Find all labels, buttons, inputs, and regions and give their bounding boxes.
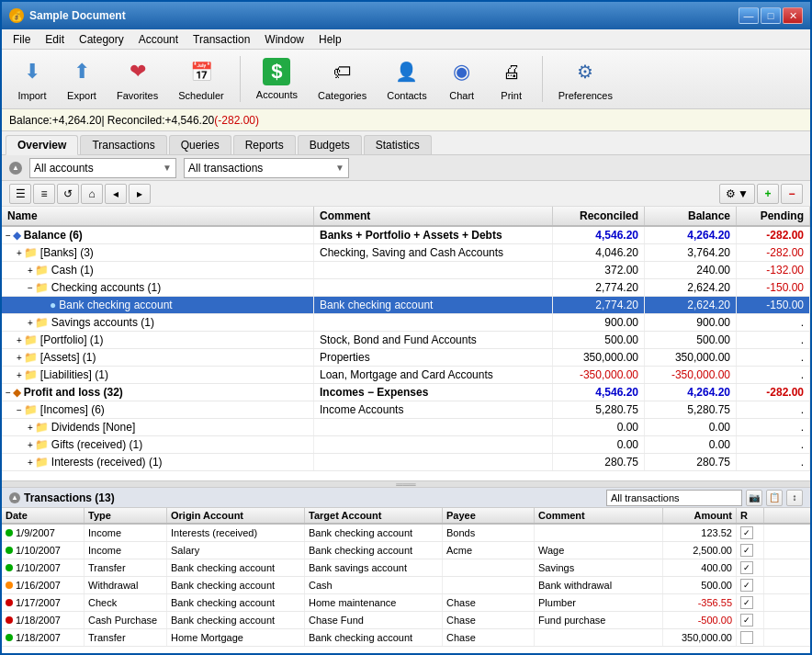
tab-transactions[interactable]: Transactions [80, 135, 166, 154]
table-row[interactable]: + 📁 Dividends [None] 0.00 0.00 . [2, 419, 810, 436]
combo-arrow-1: ▼ [163, 163, 172, 173]
trans-row[interactable]: 1/18/2007 Transfer Home Mortgage Bank ch… [2, 629, 810, 647]
chart-button[interactable]: ◉ Chart [439, 52, 485, 106]
home-button[interactable]: ⌂ [81, 184, 103, 204]
col-pending: Pending [737, 207, 810, 225]
settings-button[interactable]: ⚙ ▼ [719, 184, 755, 204]
list-view-button[interactable]: ☰ [9, 184, 31, 204]
table-row[interactable]: − ◆ Balance (6) Banks + Portfolio + Asse… [2, 227, 810, 244]
close-button[interactable]: ✕ [783, 7, 803, 24]
trans-type: Withdrawal [85, 577, 167, 593]
transactions-collapse-icon[interactable]: ▲ [9, 492, 20, 503]
menu-category[interactable]: Category [72, 31, 131, 48]
transactions-filter-combo[interactable]: All transactions ▼ [184, 158, 349, 178]
row-name: ● Bank checking account [2, 297, 314, 313]
menu-account[interactable]: Account [131, 31, 186, 48]
row-comment: Income Accounts [314, 401, 553, 418]
menu-help[interactable]: Help [311, 31, 349, 48]
accounts-filter-combo[interactable]: All accounts ▼ [29, 158, 176, 178]
table-row[interactable]: + 📁 [Banks] (3) Checking, Saving and Cas… [2, 244, 810, 262]
table-row[interactable]: + 📁 [Assets] (1) Properties 350,000.00 3… [2, 349, 810, 367]
tab-statistics[interactable]: Statistics [364, 135, 432, 154]
row-reconciled: 5,280.75 [553, 401, 645, 418]
trans-row[interactable]: 1/17/2007 Check Bank checking account Ho… [2, 594, 810, 612]
table-row[interactable]: − 📁 [Incomes] (6) Income Accounts 5,280.… [2, 401, 810, 419]
check-icon[interactable]: ✓ [740, 596, 753, 609]
check-icon[interactable]: ✓ [740, 614, 753, 627]
add-button[interactable]: + [757, 184, 779, 204]
preferences-icon: ⚙ [570, 57, 600, 86]
status-dot [6, 529, 13, 536]
check-icon[interactable]: ✓ [740, 544, 753, 557]
accounts-button[interactable]: $ Accounts [248, 53, 306, 105]
row-name: + 📁 [Liabilities] (1) [2, 367, 314, 383]
refresh-button[interactable]: ↺ [57, 184, 79, 204]
tab-reports[interactable]: Reports [233, 135, 296, 154]
menu-edit[interactable]: Edit [38, 31, 72, 48]
trans-payee [443, 577, 535, 593]
trans-icon-3[interactable]: ↕ [786, 490, 803, 506]
row-comment [314, 454, 553, 470]
accounts-icon: $ [263, 58, 290, 85]
compact-view-button[interactable]: ≡ [33, 184, 55, 204]
table-row[interactable]: + 📁 [Portfolio] (1) Stock, Bond and Fund… [2, 332, 810, 349]
accounts-filter-value: All accounts [34, 162, 94, 175]
table-row[interactable]: − 📁 Checking accounts (1) 2,774.20 2,624… [2, 279, 810, 297]
check-icon[interactable]: ✓ [740, 526, 753, 539]
trans-target: Cash [305, 577, 443, 593]
maximize-button[interactable]: □ [761, 7, 781, 24]
balance-amount: +4,264.20 [52, 114, 102, 127]
row-pending: -282.00 [737, 227, 810, 243]
toolbar: ⬇ Import ⬆ Export ❤ Favorites 📅 Schedule… [2, 50, 810, 109]
table-row[interactable]: + 📁 Savings accounts (1) 900.00 900.00 . [2, 314, 810, 332]
back-button[interactable]: ◂ [105, 184, 127, 204]
table-row[interactable]: + 📁 Cash (1) 372.00 240.00 -132.00 [2, 262, 810, 279]
trans-icon-1[interactable]: 📷 [746, 490, 762, 506]
trans-row[interactable]: 1/9/2007 Income Interests (received) Ban… [2, 525, 810, 542]
title-bar: 💰 Sample Document — □ ✕ [2, 2, 810, 29]
remove-button[interactable]: − [781, 184, 803, 204]
trans-icon-2[interactable]: 📋 [766, 490, 783, 506]
contacts-button[interactable]: 👤 Contacts [378, 52, 434, 106]
table-row[interactable]: + 📁 Interests (received) (1) 280.75 280.… [2, 454, 810, 471]
minimize-button[interactable]: — [739, 7, 759, 24]
table-row[interactable]: + 📁 [Liabilities] (1) Loan, Mortgage and… [2, 367, 810, 384]
balance-label: Balance: [9, 114, 52, 127]
trans-row[interactable]: 1/16/2007 Withdrawal Bank checking accou… [2, 577, 810, 594]
check-icon[interactable]: ✓ [740, 579, 753, 592]
menu-transaction[interactable]: Transaction [186, 31, 257, 48]
tcol-payee: Payee [443, 508, 535, 523]
trans-row[interactable]: 1/10/2007 Transfer Bank checking account… [2, 559, 810, 577]
icon-toolbar: ☰ ≡ ↺ ⌂ ◂ ▸ ⚙ ▼ + − [2, 181, 810, 207]
main-window: 💰 Sample Document — □ ✕ File Edit Catego… [0, 0, 812, 655]
splitter[interactable]: ═══ [2, 480, 810, 488]
trans-type: Transfer [85, 559, 167, 576]
export-button[interactable]: ⬆ Export [59, 52, 105, 106]
chart-label: Chart [449, 90, 474, 101]
table-row-selected[interactable]: ● Bank checking account Bank checking ac… [2, 297, 810, 314]
import-button[interactable]: ⬇ Import [9, 52, 55, 106]
preferences-button[interactable]: ⚙ Preferences [550, 52, 621, 106]
trans-row[interactable]: 1/18/2007 Cash Purchase Bank checking ac… [2, 612, 810, 629]
row-balance: 240.00 [645, 262, 737, 278]
favorites-button[interactable]: ❤ Favorites [108, 52, 166, 106]
menu-file[interactable]: File [6, 31, 38, 48]
trans-date: 1/9/2007 [2, 525, 85, 541]
forward-button[interactable]: ▸ [129, 184, 151, 204]
scheduler-button[interactable]: 📅 Scheduler [170, 52, 232, 106]
table-row[interactable]: − ◆ Profit and loss (32) Incomes − Expen… [2, 384, 810, 401]
row-name: − 📁 [Incomes] (6) [2, 401, 314, 418]
check-icon[interactable]: ✓ [740, 561, 753, 574]
transactions-filter-input[interactable] [606, 490, 742, 506]
collapse-icon[interactable]: ▲ [9, 162, 22, 175]
table-row[interactable]: + 📁 Gifts (received) (1) 0.00 0.00 . [2, 436, 810, 454]
trans-origin: Bank checking account [167, 594, 305, 611]
tab-queries[interactable]: Queries [169, 135, 231, 154]
check-icon[interactable] [740, 631, 753, 644]
tab-budgets[interactable]: Budgets [298, 135, 362, 154]
categories-button[interactable]: 🏷 Categories [310, 52, 375, 106]
tab-overview[interactable]: Overview [6, 135, 78, 155]
trans-row[interactable]: 1/10/2007 Income Salary Bank checking ac… [2, 542, 810, 559]
menu-window[interactable]: Window [257, 31, 311, 48]
print-button[interactable]: 🖨 Print [489, 52, 535, 106]
